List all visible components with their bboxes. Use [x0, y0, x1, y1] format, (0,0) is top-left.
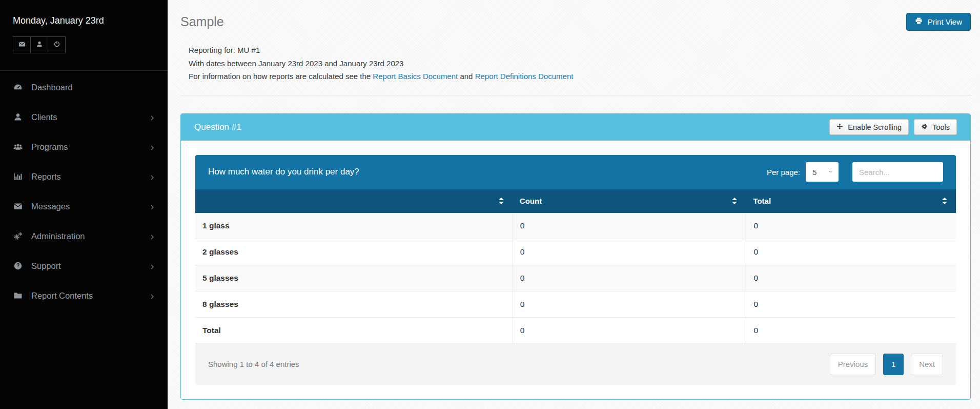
- count-cell: 0: [513, 239, 746, 265]
- count-cell: 0: [513, 265, 746, 291]
- chevron-right-icon: [149, 293, 155, 299]
- tools-button[interactable]: Tools: [914, 119, 957, 135]
- sidebar-item-administration[interactable]: Administration: [0, 221, 168, 251]
- showing-entries-text: Showing 1 to 4 of 4 entries: [208, 360, 299, 368]
- sort-icon: [942, 198, 947, 204]
- answer-cell: 8 glasses: [195, 291, 513, 317]
- count-cell: 0: [513, 291, 746, 317]
- gear-icon: [921, 123, 928, 131]
- count-cell: 0: [513, 213, 746, 239]
- sidebar: Monday, January 23rd Dashboard: [0, 0, 168, 409]
- sidebar-item-messages[interactable]: Messages: [0, 191, 168, 221]
- table-header-row: Count Total: [195, 189, 956, 213]
- printer-icon: [915, 17, 923, 26]
- sidebar-item-label: Reports: [31, 172, 61, 182]
- sidebar-item-reports[interactable]: Reports: [0, 162, 168, 191]
- table-row: 1 glass 0 0: [195, 213, 956, 239]
- users-icon: [12, 142, 24, 151]
- date-range-line: With dates between January 23rd 2023 and…: [189, 57, 971, 70]
- total-cell: 0: [746, 213, 956, 239]
- move-arrows-icon: [836, 123, 843, 131]
- sidebar-item-report-contents[interactable]: Report Contents: [0, 281, 168, 310]
- column-label: Count: [520, 197, 542, 205]
- account-quick-button[interactable]: [30, 36, 48, 53]
- column-header-total[interactable]: Total: [746, 189, 956, 213]
- sidebar-item-label: Programs: [31, 142, 68, 152]
- cogs-icon: [12, 231, 24, 241]
- chevron-right-icon: [149, 233, 155, 239]
- report-docs-line: For information on how reports are calcu…: [189, 70, 971, 83]
- answer-cell: 5 glasses: [195, 265, 513, 291]
- messages-quick-button[interactable]: [13, 36, 31, 53]
- print-view-label: Print View: [928, 17, 962, 26]
- sidebar-item-label: Dashboard: [31, 83, 73, 92]
- sort-icon: [732, 198, 737, 204]
- chevron-right-icon: [149, 144, 155, 150]
- sidebar-item-label: Support: [31, 261, 61, 271]
- per-page-select[interactable]: 5: [806, 162, 839, 182]
- per-page-label: Per page:: [767, 168, 800, 177]
- page-header: Sample Print View: [180, 7, 971, 36]
- sidebar-item-dashboard[interactable]: Dashboard: [0, 72, 168, 102]
- report-info: Reporting for: MU #1 With dates between …: [189, 44, 971, 83]
- question-circle-icon: ?: [12, 261, 24, 270]
- svg-text:?: ?: [16, 263, 19, 268]
- enable-scrolling-label: Enable Scrolling: [848, 123, 902, 131]
- sidebar-item-label: Administration: [31, 231, 85, 241]
- user-icon: [36, 41, 43, 49]
- dashboard-icon: [12, 83, 24, 92]
- sort-icon: [499, 198, 504, 204]
- previous-page-button[interactable]: Previous: [830, 354, 876, 375]
- total-cell: 0: [746, 265, 956, 291]
- sidebar-item-clients[interactable]: Clients: [0, 102, 168, 132]
- pagination: Previous 1 Next: [830, 354, 943, 375]
- sidebar-nav: Dashboard Clients Programs Reports: [0, 71, 168, 310]
- report-docs-prefix: For information on how reports are calcu…: [189, 72, 373, 81]
- table-footer: Showing 1 to 4 of 4 entries Previous 1 N…: [195, 344, 956, 385]
- answer-cell: Total: [195, 318, 513, 343]
- print-view-button[interactable]: Print View: [906, 13, 971, 31]
- next-page-button[interactable]: Next: [911, 354, 943, 375]
- table-titlebar: How much water do you drink per day? Per…: [195, 155, 956, 189]
- table-controls: Per page: 5: [767, 162, 943, 182]
- chevron-right-icon: [149, 263, 155, 269]
- report-docs-and: and: [458, 72, 475, 81]
- logout-quick-button[interactable]: [48, 36, 66, 53]
- column-header-answer[interactable]: [195, 189, 513, 213]
- chevron-right-icon: [149, 114, 155, 120]
- page-1-button[interactable]: 1: [883, 354, 904, 375]
- question-text: How much water do you drink per day?: [208, 167, 359, 177]
- folder-icon: [12, 291, 24, 300]
- report-definitions-link[interactable]: Report Definitions Document: [475, 72, 574, 81]
- sidebar-item-support[interactable]: ? Support: [0, 251, 168, 281]
- chevron-right-icon: [149, 203, 155, 209]
- sidebar-item-label: Report Contents: [31, 291, 93, 301]
- total-cell: 0: [746, 239, 956, 265]
- panel-heading-buttons: Enable Scrolling Tools: [829, 119, 957, 135]
- main-content: Sample Print View Reporting for: MU #1 W…: [168, 0, 980, 409]
- chevron-right-icon: [149, 173, 155, 180]
- report-basics-link[interactable]: Report Basics Document: [373, 72, 458, 81]
- reporting-for-line: Reporting for: MU #1: [189, 44, 971, 57]
- column-header-count[interactable]: Count: [513, 189, 746, 213]
- panel-title: Question #1: [194, 122, 241, 132]
- quick-actions: [13, 36, 168, 53]
- envelope-icon: [18, 41, 26, 49]
- question-table: How much water do you drink per day? Per…: [195, 155, 956, 385]
- total-cell: 0: [746, 291, 956, 317]
- panel-body: How much water do you drink per day? Per…: [181, 141, 970, 399]
- page-title: Sample: [180, 14, 224, 29]
- user-icon: [12, 112, 24, 122]
- table-row: 2 glasses 0 0: [195, 239, 956, 265]
- table-body: 1 glass 0 0 2 glasses 0 0 5 glasses 0 0: [195, 213, 956, 344]
- power-icon: [53, 41, 60, 49]
- panel-heading: Question #1 Enable Scrolling Tools: [181, 114, 970, 141]
- answer-cell: 2 glasses: [195, 239, 513, 265]
- content-divider: [180, 95, 971, 95]
- sidebar-item-programs[interactable]: Programs: [0, 132, 168, 162]
- sidebar-date: Monday, January 23rd: [0, 0, 168, 26]
- table-row-total: Total 0 0: [195, 318, 956, 344]
- search-input[interactable]: [852, 162, 943, 182]
- sidebar-item-label: Messages: [31, 202, 70, 211]
- enable-scrolling-button[interactable]: Enable Scrolling: [829, 119, 909, 135]
